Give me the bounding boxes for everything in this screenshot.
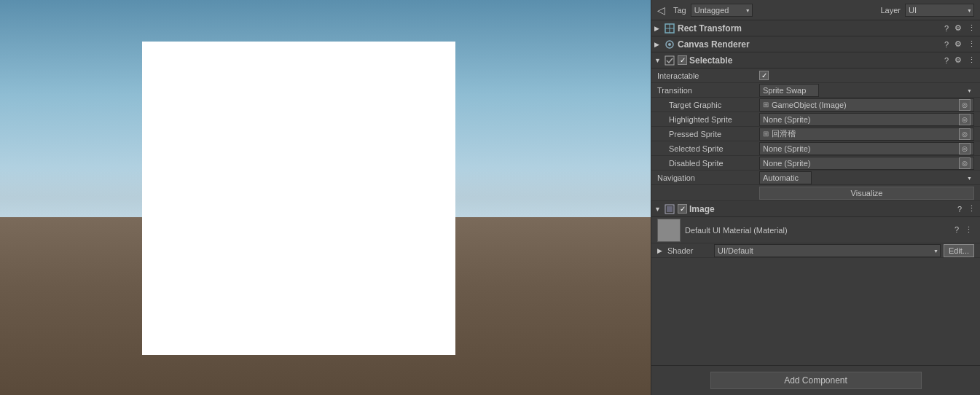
navigation-dropdown-wrapper[interactable]: None Horizontal Vertical Automatic Expli… bbox=[759, 171, 974, 184]
navigation-label: Navigation bbox=[657, 173, 759, 182]
inspector-panel: ◁ Tag Untagged MainCamera Player Layer U… bbox=[651, 0, 980, 395]
canvas-renderer-menu-btn[interactable]: ⋮ bbox=[966, 39, 977, 49]
highlighted-sprite-field[interactable]: None (Sprite) ◎ bbox=[759, 113, 974, 126]
shader-label: Shader bbox=[667, 246, 711, 255]
highlighted-sprite-row: Highlighted Sprite None (Sprite) ◎ bbox=[651, 112, 980, 127]
image-arrow: ▼ bbox=[654, 206, 662, 213]
material-name: Default UI Material (Material) bbox=[685, 226, 949, 235]
interactable-checkbox[interactable]: ✓ bbox=[759, 71, 769, 80]
interactable-row: Interactable ✓ bbox=[651, 69, 980, 83]
selectable-settings-btn[interactable]: ⚙ bbox=[953, 55, 963, 65]
navigation-row: Navigation None Horizontal Vertical Auto… bbox=[651, 171, 980, 185]
highlighted-sprite-label: Highlighted Sprite bbox=[657, 115, 759, 124]
shader-arrow: ▶ bbox=[657, 247, 665, 254]
transition-dropdown-wrapper[interactable]: None Color Tint Sprite Swap Animation bbox=[759, 84, 974, 97]
svg-rect-5 bbox=[665, 56, 674, 65]
tag-dropdown-wrapper[interactable]: Untagged MainCamera Player bbox=[691, 4, 753, 17]
highlighted-sprite-value: None (Sprite) bbox=[763, 115, 810, 124]
transition-label: Transition bbox=[657, 86, 759, 95]
disabled-sprite-label: Disabled Sprite bbox=[657, 159, 759, 168]
image-title: Image bbox=[689, 204, 954, 214]
rect-transform-help-btn[interactable]: ? bbox=[943, 24, 950, 33]
tag-layer-bar: ◁ Tag Untagged MainCamera Player Layer U… bbox=[651, 0, 980, 20]
rect-transform-header[interactable]: ▶ Rect Transform ? ⚙ ⋮ bbox=[651, 20, 980, 36]
transition-row: Transition None Color Tint Sprite Swap A… bbox=[651, 83, 980, 98]
canvas-renderer-header-icons: ? ⚙ ⋮ bbox=[943, 39, 977, 49]
rect-transform-settings-btn[interactable]: ⚙ bbox=[953, 23, 963, 33]
pressed-sprite-label: Pressed Sprite bbox=[657, 130, 759, 138]
layer-label: Layer bbox=[880, 6, 901, 15]
tag-select[interactable]: Untagged MainCamera Player bbox=[691, 4, 753, 17]
image-icon bbox=[664, 203, 675, 215]
target-graphic-select-btn[interactable]: ◎ bbox=[959, 99, 971, 111]
layer-dropdown-wrapper[interactable]: UI Default TransparentFX bbox=[905, 4, 974, 17]
selectable-help-btn[interactable]: ? bbox=[943, 56, 950, 65]
pressed-sprite-row: Pressed Sprite ⊞ 回滑稽 ◎ bbox=[651, 127, 980, 141]
rect-transform-arrow: ▶ bbox=[654, 25, 662, 32]
layer-select[interactable]: UI Default TransparentFX bbox=[905, 4, 974, 17]
target-graphic-label: Target Graphic bbox=[657, 101, 759, 109]
selectable-header[interactable]: ▼ ✓ Selectable ? ⚙ ⋮ bbox=[651, 52, 980, 69]
shader-row: ▶ Shader UI/Default Edit... bbox=[651, 243, 980, 258]
canvas-renderer-settings-btn[interactable]: ⚙ bbox=[953, 39, 963, 49]
transition-select[interactable]: None Color Tint Sprite Swap Animation bbox=[759, 84, 819, 97]
pressed-sprite-value: 回滑稽 bbox=[772, 128, 796, 139]
selectable-arrow: ▼ bbox=[654, 57, 662, 64]
target-graphic-object-icon: ⊞ bbox=[763, 101, 769, 109]
disabled-sprite-field[interactable]: None (Sprite) ◎ bbox=[759, 157, 974, 170]
svg-rect-7 bbox=[667, 206, 673, 212]
selected-sprite-field[interactable]: None (Sprite) ◎ bbox=[759, 142, 974, 155]
material-help-btn[interactable]: ? bbox=[953, 225, 960, 235]
interactable-label: Interactable bbox=[657, 71, 759, 80]
white-square-object bbox=[142, 42, 455, 355]
selected-sprite-select-btn[interactable]: ◎ bbox=[959, 143, 971, 155]
back-icon: ◁ bbox=[657, 4, 669, 16]
rect-transform-title: Rect Transform bbox=[678, 23, 941, 34]
rect-transform-icon bbox=[664, 23, 675, 34]
image-header-icons: ? ⋮ bbox=[956, 204, 977, 214]
shader-select[interactable]: UI/Default bbox=[714, 244, 941, 257]
image-header[interactable]: ▼ ✓ Image ? ⋮ bbox=[651, 201, 980, 217]
selectable-icon bbox=[664, 55, 675, 66]
material-menu-btn[interactable]: ⋮ bbox=[963, 225, 974, 235]
material-thumbnail bbox=[657, 219, 681, 242]
image-menu-btn[interactable]: ⋮ bbox=[966, 204, 977, 214]
pressed-sprite-field[interactable]: ⊞ 回滑稽 ◎ bbox=[759, 128, 974, 141]
pressed-sprite-select-btn[interactable]: ◎ bbox=[959, 128, 971, 140]
selectable-menu-btn[interactable]: ⋮ bbox=[966, 55, 977, 65]
svg-point-4 bbox=[668, 43, 671, 46]
image-help-btn[interactable]: ? bbox=[956, 205, 963, 214]
selectable-header-icons: ? ⚙ ⋮ bbox=[943, 55, 977, 65]
image-enabled-checkbox[interactable]: ✓ bbox=[678, 204, 687, 214]
canvas-renderer-header[interactable]: ▶ Canvas Renderer ? ⚙ ⋮ bbox=[651, 36, 980, 52]
rect-transform-menu-btn[interactable]: ⋮ bbox=[966, 23, 977, 33]
target-graphic-row: Target Graphic ⊞ GameObject (Image) ◎ bbox=[651, 98, 980, 112]
visualize-row: Visualize bbox=[651, 185, 980, 201]
material-row: Default UI Material (Material) ? ⋮ bbox=[651, 217, 980, 243]
target-graphic-field[interactable]: ⊞ GameObject (Image) ◎ bbox=[759, 98, 974, 112]
selectable-properties: Interactable ✓ Transition None Color Tin… bbox=[651, 69, 980, 201]
disabled-sprite-value: None (Sprite) bbox=[763, 159, 810, 168]
disabled-sprite-row: Disabled Sprite None (Sprite) ◎ bbox=[651, 156, 980, 171]
target-graphic-value: GameObject (Image) bbox=[772, 101, 847, 109]
add-component-area: Add Component bbox=[651, 365, 980, 395]
navigation-select[interactable]: None Horizontal Vertical Automatic Expli… bbox=[759, 171, 812, 184]
highlighted-sprite-select-btn[interactable]: ◎ bbox=[959, 114, 971, 125]
shader-edit-btn[interactable]: Edit... bbox=[944, 244, 974, 257]
selectable-title: Selectable bbox=[689, 55, 941, 66]
visualize-button[interactable]: Visualize bbox=[759, 187, 974, 200]
canvas-renderer-help-btn[interactable]: ? bbox=[943, 40, 950, 49]
selected-sprite-label: Selected Sprite bbox=[657, 144, 759, 153]
canvas-renderer-icon bbox=[664, 39, 675, 50]
disabled-sprite-select-btn[interactable]: ◎ bbox=[959, 157, 971, 169]
tag-label: Tag bbox=[673, 6, 686, 15]
selectable-enabled-checkbox[interactable]: ✓ bbox=[678, 55, 687, 65]
image-section: ▼ ✓ Image ? ⋮ Default UI Material (Mater… bbox=[651, 201, 980, 258]
selected-sprite-row: Selected Sprite None (Sprite) ◎ bbox=[651, 141, 980, 156]
scene-viewport bbox=[0, 0, 651, 395]
canvas-renderer-title: Canvas Renderer bbox=[678, 39, 941, 50]
selected-sprite-value: None (Sprite) bbox=[763, 144, 810, 153]
shader-value-wrapper[interactable]: UI/Default bbox=[714, 244, 941, 257]
material-icons: ? ⋮ bbox=[953, 225, 974, 235]
add-component-button[interactable]: Add Component bbox=[710, 372, 922, 389]
